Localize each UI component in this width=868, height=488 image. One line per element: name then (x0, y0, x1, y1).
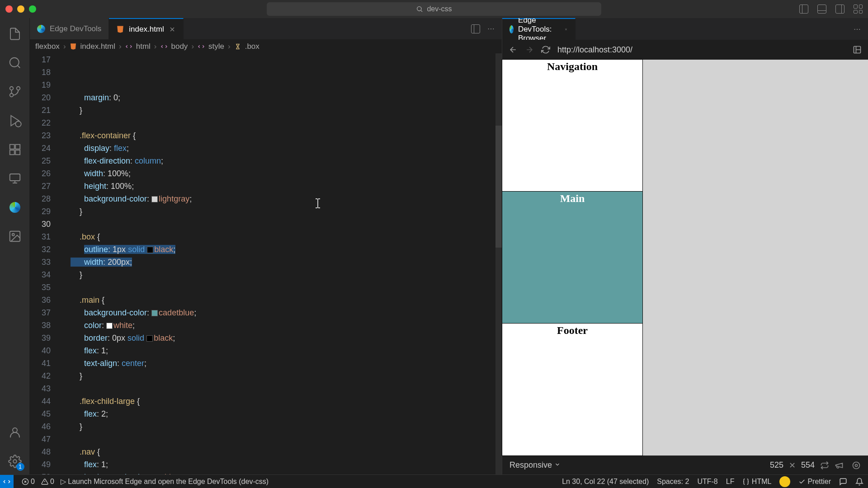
layout-sidebar-right-icon[interactable] (835, 5, 844, 14)
inspect-icon[interactable] (852, 461, 861, 470)
browser-preview[interactable]: Navigation Main Footer (502, 60, 868, 455)
tab-label: Edge DevTools: Browser (518, 16, 560, 43)
command-center[interactable]: dev-css (267, 2, 601, 16)
problems-warnings[interactable]: 0 (41, 478, 54, 486)
explorer-icon[interactable] (7, 26, 23, 42)
extensions-icon[interactable] (7, 142, 23, 157)
chevron-down-icon (554, 461, 561, 468)
svg-point-16 (853, 462, 860, 469)
encoding-status[interactable]: UTF-8 (697, 478, 717, 486)
rotate-icon[interactable] (820, 461, 829, 470)
editor-tabs: Edge DevTools index.html ⋯ (30, 18, 502, 40)
feedback-icon[interactable] (839, 478, 847, 486)
line-gutter: 1718192021222324252627282930313233343536… (30, 53, 61, 474)
remote-explorer-icon[interactable] (7, 171, 23, 186)
breadcrumb-item[interactable]: style (208, 42, 224, 51)
layout-panel-icon[interactable] (817, 5, 826, 14)
right-tabs: Edge DevTools: Browser ⋯ (502, 18, 868, 40)
minimize-window[interactable] (17, 5, 24, 13)
text-cursor-icon (314, 198, 322, 209)
more-actions-icon[interactable]: ⋯ (487, 24, 495, 33)
svg-point-12 (12, 234, 14, 236)
browser-toolbar: http://localhost:3000/ (502, 40, 868, 60)
status-bar: 0 0 ▷ Launch Microsoft Edge and open the… (0, 474, 868, 488)
svg-rect-7 (15, 145, 20, 149)
accounts-icon[interactable] (7, 425, 23, 440)
cursor-position[interactable]: Ln 30, Col 22 (47 selected) (562, 478, 649, 486)
screencast-icon[interactable] (835, 461, 844, 470)
problems-errors[interactable]: 0 (22, 478, 35, 486)
svg-point-2 (16, 87, 20, 90)
tab-index-html[interactable]: index.html (109, 18, 183, 39)
open-devtools-icon[interactable] (853, 45, 862, 54)
device-emulation-bar: Responsive 525 ✕ 554 (502, 455, 868, 474)
device-width[interactable]: 525 (770, 460, 783, 470)
preview-main: Main (502, 192, 642, 324)
device-height[interactable]: 554 (801, 460, 815, 470)
preview-nav: Navigation (502, 60, 642, 192)
launch-hint[interactable]: ▷ Launch Microsoft Edge and open the Edg… (61, 477, 269, 486)
tab-edge-devtools[interactable]: Edge DevTools (30, 18, 109, 39)
svg-point-0 (417, 7, 421, 11)
tab-label: Edge DevTools (50, 24, 101, 33)
prettier-status[interactable]: Prettier (798, 478, 831, 486)
html-file-icon (116, 25, 124, 33)
split-editor-icon[interactable] (471, 24, 480, 33)
editor-group-right: Edge DevTools: Browser ⋯ http://localhos… (502, 18, 868, 474)
minimap-slider[interactable] (495, 126, 502, 248)
breadcrumb-item[interactable]: body (171, 42, 188, 51)
svg-rect-8 (9, 150, 14, 155)
search-activity-icon[interactable] (7, 55, 23, 70)
code-editor[interactable]: 1718192021222324252627282930313233343536… (30, 53, 502, 474)
remote-indicator[interactable] (0, 475, 14, 488)
more-actions-icon[interactable]: ⋯ (854, 25, 861, 33)
titlebar: dev-css (0, 0, 868, 18)
layout-grid-icon[interactable] (854, 5, 863, 14)
edge-icon (37, 25, 45, 33)
preview-footer: Footer (502, 324, 642, 455)
image-preview-icon[interactable] (7, 229, 23, 244)
run-debug-icon[interactable] (7, 113, 23, 128)
language-status[interactable]: HTML (742, 478, 771, 486)
indent-status[interactable]: Spaces: 2 (657, 478, 689, 486)
breadcrumb-item[interactable]: index.html (80, 42, 115, 51)
dimension-x: ✕ (789, 460, 796, 470)
close-icon[interactable] (169, 26, 176, 33)
code-content[interactable]: margin: 0; } .flex-container { display: … (71, 53, 502, 474)
settings-icon[interactable]: 1 (7, 454, 23, 469)
notifications-icon[interactable] (855, 478, 863, 486)
tab-label: index.html (129, 25, 164, 34)
svg-rect-6 (9, 145, 14, 149)
window-controls (5, 5, 36, 13)
browser-back[interactable] (509, 45, 518, 54)
edge-devtools-icon[interactable] (7, 200, 23, 215)
close-icon[interactable] (564, 26, 568, 33)
browser-reload[interactable] (541, 45, 550, 54)
browser-url[interactable]: http://localhost:3000/ (557, 45, 632, 55)
eol-status[interactable]: LF (726, 478, 735, 486)
breadcrumb-item[interactable]: flexbox (35, 42, 60, 51)
browser-forward[interactable] (525, 45, 534, 54)
svg-rect-10 (9, 174, 20, 181)
source-control-icon[interactable] (7, 84, 23, 99)
minimap[interactable] (495, 53, 502, 474)
search-icon (416, 5, 423, 13)
symbol-icon (198, 43, 205, 50)
symbol-css-icon (234, 43, 241, 50)
breadcrumb-item[interactable]: .box (245, 42, 259, 51)
svg-point-3 (9, 94, 13, 97)
breadcrumb-item[interactable]: html (136, 42, 151, 51)
svg-point-5 (15, 121, 21, 127)
device-mode[interactable]: Responsive (509, 460, 561, 470)
maximize-window[interactable] (29, 5, 36, 13)
go-live-icon[interactable] (779, 476, 790, 487)
layout-sidebar-left-icon[interactable] (799, 5, 808, 14)
tab-browser[interactable]: Edge DevTools: Browser (502, 18, 576, 40)
close-window[interactable] (5, 5, 13, 13)
edge-icon (509, 25, 514, 33)
svg-point-4 (9, 87, 13, 90)
symbol-icon (160, 43, 168, 50)
search-text: dev-css (427, 5, 452, 13)
symbol-icon (125, 43, 132, 50)
breadcrumbs[interactable]: flexbox› index.html› html› body› style› … (30, 40, 502, 53)
